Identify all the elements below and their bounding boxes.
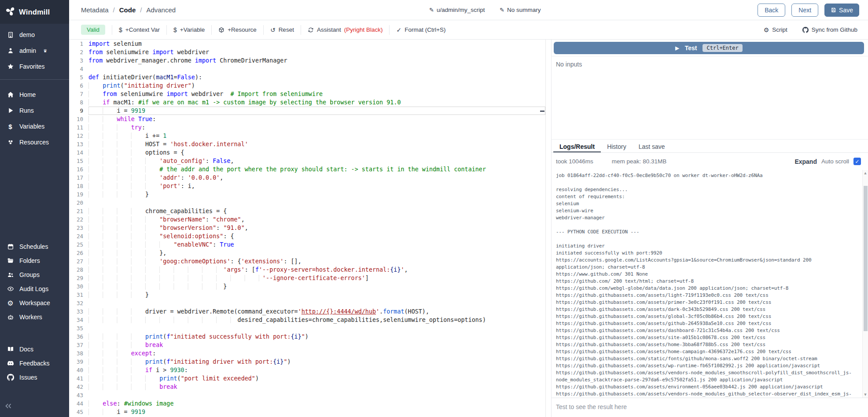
code-line[interactable]: 40 if i > 9930:	[69, 366, 545, 374]
log-line: https://github.githubassets.com/assets/v…	[556, 391, 859, 398]
autoscroll-checkbox[interactable]: ✓	[853, 158, 861, 165]
code-line[interactable]: 30 }	[69, 282, 545, 291]
scrollbar-thumb[interactable]	[864, 186, 868, 331]
sidebar-item-schedules[interactable]: Schedules	[0, 240, 69, 254]
code-line[interactable]: 9 i = 9919	[69, 107, 545, 115]
tab-code[interactable]: Code	[119, 6, 136, 14]
code-line[interactable]: 17 'addr': '0.0.0.0',	[69, 173, 545, 182]
script-path[interactable]: ✎ u/admin/my_script	[429, 7, 485, 13]
add-variable-button[interactable]: $ +Variable	[173, 26, 205, 33]
tab-metadata[interactable]: Metadata	[81, 6, 109, 14]
sidebar-item-issues[interactable]: Issues	[0, 370, 69, 384]
code-line[interactable]: 23 "browserVersion": "91.0",	[69, 224, 545, 232]
code-line[interactable]: 26 },	[69, 249, 545, 257]
sidebar-item-variables[interactable]: $ Variables	[0, 118, 69, 134]
tab-last-save[interactable]: Last save	[633, 140, 671, 152]
code-line[interactable]: 45 i = 9919	[69, 408, 545, 416]
reset-button[interactable]: ↺ Reset	[270, 26, 294, 33]
code-line[interactable]: 16 # the addr and the port where the pro…	[69, 165, 545, 173]
code-line[interactable]: 4	[69, 65, 545, 73]
back-button[interactable]: Back	[758, 4, 785, 17]
sidebar-item-groups[interactable]: Groups	[0, 268, 69, 282]
sidebar-item-user-admin[interactable]: admin ♛	[0, 43, 69, 59]
sidebar-item-workers[interactable]: Workers	[0, 310, 69, 324]
code-line[interactable]: 43	[69, 391, 545, 399]
sidebar-item-label: Resources	[19, 139, 49, 146]
code-line[interactable]: 8 if macM1: #if we are on mac m1 -> cust…	[69, 98, 545, 107]
code-line[interactable]: 41 print("port limit exceeded")	[69, 374, 545, 383]
sidebar-item-audit-logs[interactable]: Audit Logs	[0, 282, 69, 296]
format-button[interactable]: ✓ Format (Ctrl+S)	[396, 26, 445, 33]
code-line[interactable]: 31 }	[69, 291, 545, 299]
code-line[interactable]: 5def initiateDriver(macM1=False):	[69, 73, 545, 81]
code-line[interactable]: 2from seleniumwire import webdriver	[69, 48, 545, 56]
expand-button[interactable]: Expand	[794, 158, 817, 165]
code-line[interactable]: 21 chrome_capabilities = {	[69, 207, 545, 215]
code-line[interactable]: 44 else: #windows image	[69, 399, 545, 408]
script-summary[interactable]: ✎ No summary	[500, 7, 541, 13]
sidebar-item-feedbacks[interactable]: Feedbacks	[0, 356, 69, 370]
code-line[interactable]: 42 break	[69, 383, 545, 391]
code-line[interactable]: 37 break	[69, 341, 545, 349]
sidebar-item-workspace-settings[interactable]: ⚙ Workspace	[0, 296, 69, 310]
tab-logs-result[interactable]: Logs/Result	[553, 140, 601, 152]
code-line[interactable]: 24 "selenoid:options": {	[69, 232, 545, 240]
code-line[interactable]: 33 driver = webdriver.Remote(command_exe…	[69, 307, 545, 316]
add-context-var-button[interactable]: $ +Context Var	[119, 26, 160, 33]
code-line[interactable]: 10 while True:	[69, 115, 545, 123]
logs-scrollbar[interactable]: ▲ ▼	[862, 170, 868, 398]
code-line[interactable]: 3from webdriver_manager.chrome import Ch…	[69, 56, 545, 65]
code-line[interactable]: 39 print(f"initiating driver with port:{…	[69, 358, 545, 366]
code-line[interactable]: 25 "enableVNC": True	[69, 240, 545, 249]
save-label: Save	[839, 7, 853, 14]
scroll-down-arrow[interactable]: ▼	[863, 391, 868, 398]
sidebar-item-resources[interactable]: Resources	[0, 134, 69, 150]
collapse-sidebar-button[interactable]	[4, 401, 13, 413]
code-line[interactable]: 38 except:	[69, 349, 545, 358]
code-line[interactable]: 29 '--ignore-certificate-errors']	[69, 274, 545, 282]
code-line[interactable]: 22 "browserName": "chrome",	[69, 215, 545, 224]
code-line[interactable]: 12 i += 1	[69, 132, 545, 140]
panel-resize-handle[interactable]	[546, 40, 552, 417]
code-line[interactable]: 28 'args': [f'--proxy-server=host.docker…	[69, 266, 545, 274]
sidebar-item-docs[interactable]: Docs	[0, 342, 69, 356]
result-section: Test to see the result here	[552, 398, 868, 417]
discord-icon	[7, 360, 14, 367]
code-line[interactable]: 14 options = {	[69, 148, 545, 157]
logs-output[interactable]: job 01864aff-22dd-cf40-f0c5-0ec8e9b50c70…	[552, 170, 868, 398]
test-button[interactable]: ▶ Test Ctrl+Enter	[554, 42, 864, 54]
brand[interactable]: Windmill	[0, 0, 69, 24]
code-line[interactable]: 20	[69, 199, 545, 207]
code-line[interactable]: 1import selenium	[69, 40, 545, 48]
script-settings-button[interactable]: ⚙ Script	[764, 26, 787, 33]
workspace-label: demo	[19, 31, 35, 38]
code-line[interactable]: 13 HOST = 'host.docker.internal'	[69, 140, 545, 148]
code-line[interactable]: 27 'goog:chromeOptions': {'extensions': …	[69, 257, 545, 266]
sidebar-item-folders[interactable]: Folders	[0, 254, 69, 268]
log-line: resolving dependencies...	[556, 186, 859, 193]
save-button[interactable]: Save	[824, 4, 859, 17]
sync-from-github-button[interactable]: Sync from Github	[802, 26, 857, 33]
code-line[interactable]: 15 'auto_config': False,	[69, 157, 545, 165]
code-line[interactable]: 11 try:	[69, 123, 545, 132]
code-line[interactable]: 6 print("initiating driver")	[69, 81, 545, 90]
assistant-button[interactable]: Assistant (Pyright Black)	[308, 26, 383, 33]
code-line[interactable]: 19 }	[69, 190, 545, 199]
code-editor[interactable]: 1import selenium2from seleniumwire impor…	[69, 40, 546, 417]
scroll-up-arrow[interactable]: ▲	[863, 170, 868, 176]
add-resource-button[interactable]: +Resource	[218, 26, 257, 33]
sidebar-item-home[interactable]: Home	[0, 87, 69, 103]
stats-right: Expand Auto scroll ✓	[794, 158, 861, 165]
code-line[interactable]: 34 desired_capabilities=chrome_capabilit…	[69, 316, 545, 324]
tab-history[interactable]: History	[601, 140, 633, 152]
code-line[interactable]: 7 from seleniumwire import webdriver # I…	[69, 90, 545, 98]
sidebar-item-favorites[interactable]: Favorites	[0, 59, 69, 74]
next-button[interactable]: Next	[791, 4, 818, 17]
tab-advanced[interactable]: Advanced	[146, 6, 176, 14]
sidebar-item-runs[interactable]: Runs	[0, 103, 69, 118]
code-line[interactable]: 18 'port': i,	[69, 182, 545, 190]
code-line[interactable]: 35	[69, 324, 545, 332]
sidebar-item-workspace-demo[interactable]: demo	[0, 27, 69, 43]
code-line[interactable]: 32	[69, 299, 545, 307]
code-line[interactable]: 36 print(f"initiated successfully with p…	[69, 332, 545, 341]
